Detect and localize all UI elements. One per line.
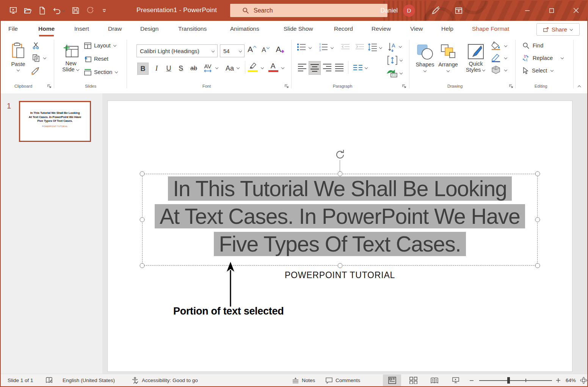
numbering-button[interactable]: 123 <box>318 42 328 52</box>
start-slideshow-icon[interactable] <box>8 6 18 16</box>
shape-outline-dropdown[interactable] <box>504 57 508 60</box>
open-file-icon[interactable] <box>23 6 33 16</box>
reading-view-button[interactable] <box>425 374 444 386</box>
tab-file[interactable]: File <box>8 21 18 37</box>
strikethrough-button[interactable]: ab <box>188 63 199 74</box>
line-spacing-button[interactable] <box>367 42 378 52</box>
bullets-dropdown[interactable] <box>309 46 312 49</box>
justify-button[interactable] <box>334 63 344 72</box>
paragraph-dialog-launcher[interactable] <box>402 84 407 89</box>
find-button[interactable]: Find <box>522 41 543 50</box>
text-direction-dropdown[interactable] <box>399 45 402 48</box>
slideshow-view-button[interactable] <box>447 374 465 386</box>
tab-slide-show[interactable]: Slide Show <box>284 21 313 37</box>
slide-surface[interactable] <box>107 101 572 372</box>
tab-insert[interactable]: Insert <box>74 21 89 37</box>
accessibility-status[interactable]: Accessibility: Good to go <box>142 374 198 387</box>
arrange-button[interactable]: Arrange <box>437 40 459 76</box>
shapes-button[interactable]: Shapes <box>415 40 435 76</box>
shape-effects-icon[interactable] <box>491 65 501 75</box>
notes-button[interactable]: Notes <box>292 374 315 387</box>
align-center-button[interactable] <box>309 61 321 75</box>
language-indicator[interactable]: English (United States) <box>63 374 115 387</box>
tab-help[interactable]: Help <box>441 21 453 37</box>
font-color-button[interactable]: A <box>268 61 278 71</box>
align-left-button[interactable] <box>297 63 307 72</box>
avatar[interactable]: D <box>403 5 415 17</box>
grow-font-button[interactable]: A <box>246 44 258 55</box>
bullets-button[interactable] <box>296 42 306 52</box>
columns-button[interactable] <box>353 63 363 72</box>
change-case-dropdown[interactable] <box>237 66 240 69</box>
new-slide-button[interactable]: New Slide <box>60 40 82 76</box>
spell-check-icon[interactable] <box>45 374 53 387</box>
save-icon[interactable] <box>71 6 80 16</box>
normal-view-button[interactable] <box>383 374 401 386</box>
tab-design[interactable]: Design <box>140 21 158 37</box>
tab-home[interactable]: Home <box>38 21 55 37</box>
drawing-dialog-launcher[interactable] <box>509 84 514 89</box>
convert-smartart-dropdown[interactable] <box>400 72 403 75</box>
quick-styles-button[interactable]: Quick Styles <box>464 40 488 76</box>
change-case-button[interactable]: Aa <box>224 63 236 74</box>
slide-sorter-view-button[interactable] <box>404 374 422 386</box>
cut-icon[interactable] <box>31 41 41 50</box>
ribbon-display-options-icon[interactable] <box>455 6 463 15</box>
copy-icon[interactable] <box>31 53 41 63</box>
paste-button[interactable]: Paste <box>8 40 29 74</box>
format-painter-icon[interactable] <box>30 66 41 76</box>
layout-button[interactable]: Layout <box>84 41 117 50</box>
maximize-button[interactable] <box>539 0 564 21</box>
zoom-in-icon[interactable] <box>556 374 561 387</box>
numbering-dropdown[interactable] <box>331 46 334 49</box>
customize-qat-icon[interactable] <box>99 6 109 16</box>
replace-button[interactable]: bc Replace <box>522 54 564 62</box>
zoom-level[interactable]: 64% <box>566 374 576 387</box>
copy-dropdown[interactable] <box>43 57 47 60</box>
minimize-button[interactable] <box>515 0 539 21</box>
clear-formatting-button[interactable]: A <box>274 44 286 55</box>
tab-transitions[interactable]: Transitions <box>178 21 207 37</box>
close-button[interactable] <box>564 0 588 21</box>
tab-view[interactable]: View <box>410 21 423 37</box>
tab-shape-format[interactable]: Shape Format <box>472 21 509 37</box>
font-name-combo[interactable]: Calibri Light (Headings) <box>136 44 218 57</box>
new-file-icon[interactable] <box>37 6 47 16</box>
tab-review[interactable]: Review <box>372 21 391 37</box>
shape-outline-icon[interactable] <box>491 53 501 63</box>
font-dialog-launcher[interactable] <box>284 84 290 89</box>
editing-pen-icon[interactable] <box>431 6 440 15</box>
highlight-color-dropdown[interactable] <box>261 66 264 69</box>
fit-slide-to-window-icon[interactable] <box>580 374 587 387</box>
columns-dropdown[interactable] <box>365 66 368 69</box>
convert-smartart-button[interactable] <box>386 68 398 78</box>
share-button[interactable]: Share <box>536 23 580 36</box>
shape-fill-dropdown[interactable] <box>504 44 508 47</box>
shape-effects-dropdown[interactable] <box>504 69 508 72</box>
comments-button[interactable]: Comments <box>325 374 360 387</box>
tab-record[interactable]: Record <box>334 21 353 37</box>
user-name[interactable]: Daniel <box>381 7 398 14</box>
line-spacing-dropdown[interactable] <box>379 46 383 49</box>
zoom-out-icon[interactable] <box>469 374 474 387</box>
align-right-button[interactable] <box>322 63 332 72</box>
character-spacing-dropdown[interactable] <box>215 66 219 69</box>
tab-draw[interactable]: Draw <box>108 21 122 37</box>
section-button[interactable]: Section <box>84 68 118 76</box>
text-shadow-button[interactable]: S <box>176 63 186 74</box>
shrink-font-button[interactable]: A <box>260 44 271 56</box>
tab-animations[interactable]: Animations <box>230 21 259 37</box>
shape-fill-icon[interactable] <box>491 41 501 50</box>
zoom-slider-handle[interactable] <box>507 377 510 384</box>
underline-button[interactable]: U <box>164 63 174 74</box>
select-button[interactable]: Select <box>522 66 554 75</box>
zoom-slider-track[interactable] <box>479 380 552 381</box>
font-size-combo[interactable]: 54 <box>220 44 245 57</box>
undo-button[interactable] <box>52 6 66 16</box>
reset-button[interactable]: Reset <box>84 55 108 63</box>
highlight-color-icon[interactable] <box>248 61 259 70</box>
collapse-ribbon-button[interactable] <box>578 85 581 88</box>
clipboard-dialog-launcher[interactable] <box>47 84 52 89</box>
bold-button[interactable]: B <box>137 63 149 75</box>
align-text-button[interactable] <box>387 55 398 66</box>
